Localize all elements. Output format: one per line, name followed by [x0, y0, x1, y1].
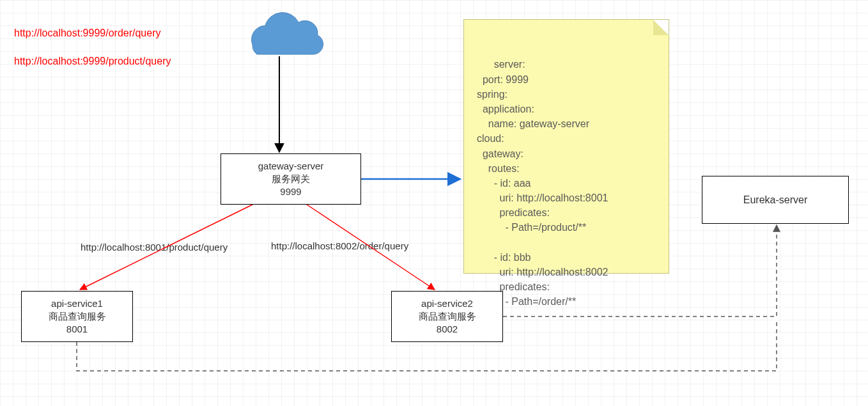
node-api2-title: api-service2: [421, 297, 473, 310]
note-fold-icon: [653, 20, 669, 35]
config-note: server: port: 9999 spring: application: …: [463, 19, 669, 274]
config-note-text: server: port: 9999 spring: application: …: [477, 59, 608, 307]
cloud-icon: [251, 13, 323, 54]
arrow-gateway-to-api2: [307, 205, 435, 290]
arrow-gateway-to-api1: [80, 205, 252, 290]
node-api1-port: 8001: [66, 323, 88, 336]
node-gateway-sub: 服务网关: [272, 173, 310, 185]
node-gateway-title: gateway-server: [258, 160, 324, 173]
example-url-product: http://localhost:9999/product/query: [14, 56, 171, 67]
node-api2-sub: 商品查询服务: [419, 310, 476, 323]
node-gateway-server: gateway-server 服务网关 9999: [221, 153, 361, 205]
node-eureka-server: Eureka-server: [702, 176, 849, 224]
node-api1-title: api-service1: [51, 297, 103, 310]
example-url-order: http://localhost:9999/order/query: [14, 27, 160, 39]
node-eureka-title: Eureka-server: [743, 193, 807, 207]
node-gateway-port: 9999: [280, 185, 301, 198]
node-api-service1: api-service1 商品查询服务 8001: [21, 291, 133, 342]
node-api1-sub: 商品查询服务: [49, 310, 106, 323]
node-api2-port: 8002: [437, 323, 458, 336]
